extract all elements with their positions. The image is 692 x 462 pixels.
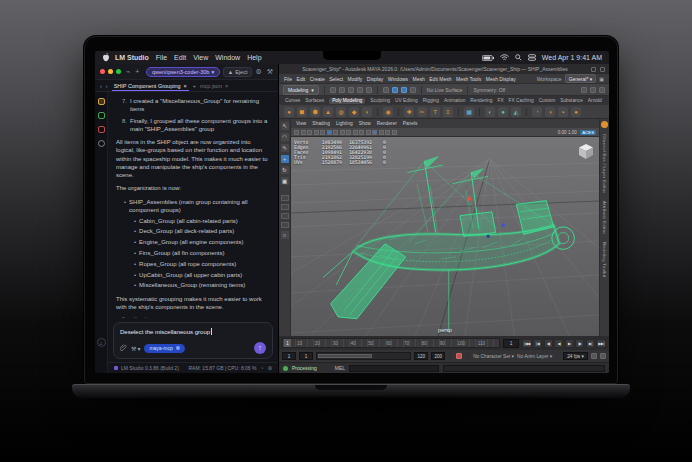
playback-button[interactable]: |▶: [575, 339, 584, 348]
shelf-tab[interactable]: Custom: [539, 98, 556, 103]
lighting-icon[interactable]: [346, 130, 351, 135]
maya-menu-item[interactable]: Windows: [388, 76, 408, 82]
attach-paperclip-icon[interactable]: [120, 344, 127, 352]
anim-layer-dropdown[interactable]: No Anim Layer ▾: [517, 354, 552, 359]
wifi-icon[interactable]: [500, 54, 509, 61]
range-track[interactable]: [316, 352, 411, 360]
maya-menu-item[interactable]: Display: [367, 76, 383, 82]
extrude-icon[interactable]: ▪: [558, 107, 568, 117]
boolean-difference-icon[interactable]: ●: [498, 107, 508, 117]
menubar-app-name[interactable]: LM Studio: [115, 54, 149, 61]
workspace-selector[interactable]: General* ▾: [565, 74, 597, 83]
shelf-tab[interactable]: Substance: [560, 98, 583, 103]
menu-set-dropdown[interactable]: Modeling▾: [283, 85, 319, 95]
maya-menu-item[interactable]: File: [284, 76, 292, 82]
link-icon[interactable]: ⌁: [126, 68, 130, 75]
save-scene-icon[interactable]: [348, 87, 354, 93]
new-tab-icon[interactable]: +: [193, 83, 196, 89]
symmetry-indicator[interactable]: Symmetry: Off: [473, 87, 505, 93]
ship-wireframe-model[interactable]: [295, 145, 595, 335]
isolate-select-icon[interactable]: [385, 130, 390, 135]
chat-transcript[interactable]: 7. I created a "Miscellaneous_Group" for…: [108, 92, 278, 318]
animation-start-field[interactable]: 1: [282, 352, 296, 360]
arnold-icon[interactable]: [601, 121, 608, 128]
tab-ship-component-grouping[interactable]: SHIP Component Grouping ×: [112, 81, 189, 91]
sidebar-vertical-tab[interactable]: Modeling Toolkit: [602, 242, 607, 278]
poly-cube-icon[interactable]: ◼: [297, 107, 307, 117]
render-icon[interactable]: [581, 87, 587, 93]
discover-icon[interactable]: [98, 140, 105, 147]
playback-button[interactable]: ◀|: [544, 339, 553, 348]
sidebar-vertical-tab[interactable]: Attribute Editor: [602, 201, 607, 234]
menubar-clock[interactable]: Wed Apr 1 9:41 AM: [542, 54, 602, 61]
bevel-icon[interactable]: ◔: [532, 107, 542, 117]
maya-titlebar[interactable]: Scavenger_Ship* - Autodesk MAYA 2026.0: …: [279, 64, 609, 74]
svg-tool-icon[interactable]: ≡: [443, 107, 453, 117]
animation-end-field[interactable]: 200: [431, 352, 445, 360]
scale-tool-icon[interactable]: ▣: [281, 177, 289, 185]
select-tool-icon[interactable]: ↖: [281, 122, 289, 130]
mcp-integration-chip[interactable]: maya-mcp: [144, 344, 184, 353]
maya-menu-item[interactable]: Edit: [297, 76, 306, 82]
close-window-button[interactable]: [100, 69, 105, 74]
type-tool-icon[interactable]: T: [430, 107, 440, 117]
playback-button[interactable]: |◀: [533, 339, 542, 348]
shelf-tab[interactable]: Rigging: [423, 98, 439, 103]
panel-menu-item[interactable]: View: [296, 121, 306, 126]
time-slider-track[interactable]: 102030405060708090100110 1: [282, 338, 500, 348]
playback-button[interactable]: ▶|: [586, 339, 595, 348]
zoom-tool-icon[interactable]: ○: [281, 231, 289, 239]
apple-logo-icon[interactable]: [102, 53, 110, 62]
shadows-icon[interactable]: [353, 130, 358, 135]
paint-select-tool-icon[interactable]: ✎: [281, 144, 289, 152]
minimize-window-button[interactable]: [108, 69, 113, 74]
move-tool-icon[interactable]: +: [281, 155, 289, 163]
gear-icon[interactable]: ⚙: [255, 68, 261, 75]
close-tab-icon[interactable]: ×: [184, 83, 187, 89]
tab-mcp-json[interactable]: mcp.json ×: [200, 83, 228, 89]
chat-input-card[interactable]: Deselect the miscellaneous group ⚒▾ maya…: [113, 322, 273, 359]
current-time-field[interactable]: 1: [503, 339, 519, 348]
playback-button[interactable]: ◀: [554, 339, 563, 348]
maya-menu-item[interactable]: Create: [310, 76, 325, 82]
panel-menu-item[interactable]: Lighting: [336, 121, 353, 126]
menubar-menu-item[interactable]: View: [193, 54, 208, 61]
snap-curve-icon[interactable]: [392, 87, 398, 93]
playback-start-field[interactable]: 1: [299, 352, 313, 360]
panel-menu-item[interactable]: Shading: [312, 121, 330, 126]
playback-button[interactable]: ▶: [565, 339, 574, 348]
shaded-icon[interactable]: [333, 130, 338, 135]
developer-icon[interactable]: [98, 112, 105, 119]
new-scene-icon[interactable]: [330, 87, 336, 93]
image-plane-icon[interactable]: [320, 130, 325, 135]
select-camera-icon[interactable]: [294, 130, 299, 135]
maya-menu-item[interactable]: Modify: [348, 76, 363, 82]
minimize-icon[interactable]: [591, 67, 596, 72]
menubar-menu-item[interactable]: Window: [215, 54, 240, 61]
user-icon[interactable]: ◔: [260, 365, 263, 371]
sweep-mesh-icon[interactable]: ✚: [404, 107, 414, 117]
playback-end-field[interactable]: 120: [414, 352, 428, 360]
wrench-icon[interactable]: ⚒: [267, 68, 273, 75]
control-center-icon[interactable]: [528, 54, 536, 61]
poly-torus-icon[interactable]: ◍: [336, 107, 346, 117]
platonic-solid-icon[interactable]: ◉: [383, 107, 393, 117]
screen-space-ao-icon[interactable]: [359, 130, 364, 135]
poly-cone-icon[interactable]: ▲: [323, 107, 333, 117]
multi-cut-icon[interactable]: ▦: [464, 107, 474, 117]
mel-input-field[interactable]: [349, 365, 439, 372]
panel-menu-item[interactable]: Renderer: [377, 121, 397, 126]
layout-hypershade-icon[interactable]: [281, 222, 289, 228]
snap-point-icon[interactable]: [401, 87, 407, 93]
smooth-icon[interactable]: ●: [571, 107, 581, 117]
maya-menu-item[interactable]: Mesh: [413, 76, 425, 82]
shelf-tab[interactable]: FX: [497, 98, 503, 103]
lock-icon[interactable]: ▣: [599, 76, 604, 82]
range-handle[interactable]: [318, 354, 372, 358]
snap-grid-icon[interactable]: [383, 87, 389, 93]
textured-icon[interactable]: [340, 130, 345, 135]
redo-icon[interactable]: [366, 87, 372, 93]
camera-attributes-icon[interactable]: [307, 130, 312, 135]
send-button[interactable]: ↑: [254, 342, 266, 354]
shelf-tab[interactable]: Surfaces: [305, 98, 324, 103]
